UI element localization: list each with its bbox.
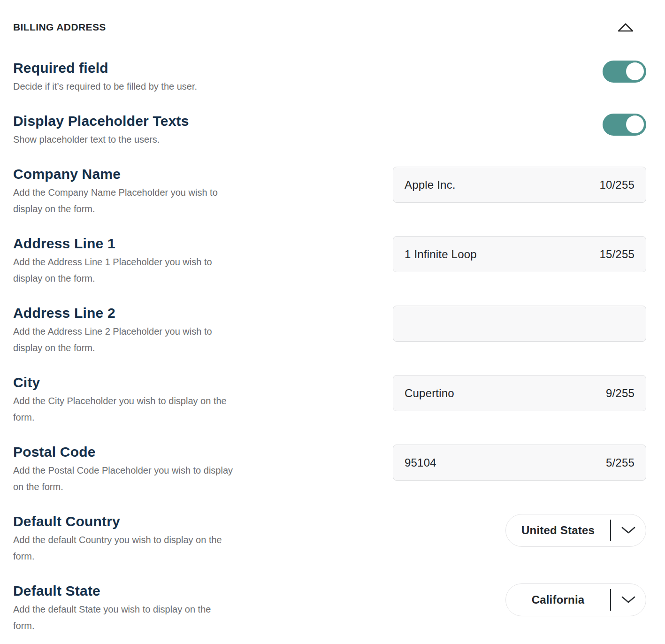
setting-row-display-placeholder-texts: Display Placeholder Texts Show placehold… [13,113,646,148]
setting-description: Add the default State you wish to displa… [13,601,234,634]
setting-row-address-line-1: Address Line 1 Add the Address Line 1 Pl… [13,235,646,287]
select-value: United States [506,524,610,537]
setting-row-default-state: Default State Add the default State you … [13,583,646,634]
default-country-select[interactable]: United States [505,514,646,547]
select-value: California [506,593,610,606]
char-counter: 10/255 [599,178,634,192]
setting-row-address-line-2: Address Line 2 Add the Address Line 2 Pl… [13,305,646,356]
input-value: Cupertino [405,387,454,400]
setting-row-city: City Add the City Placeholder you wish t… [13,374,646,426]
setting-text: Address Line 2 Add the Address Line 2 Pl… [13,305,234,356]
char-counter: 5/255 [606,456,634,469]
setting-label: Display Placeholder Texts [13,113,189,130]
setting-description: Add the default Country you wish to disp… [13,532,234,565]
setting-description: Add the Address Line 1 Placeholder you w… [13,254,234,287]
setting-label: Default Country [13,513,234,530]
setting-description: Show placeholder text to the users. [13,131,189,148]
toggle-knob [626,62,644,80]
setting-description: Add the Postal Code Placeholder you wish… [13,462,234,495]
input-value: 95104 [405,456,436,469]
setting-row-company-name: Company Name Add the Company Name Placeh… [13,166,646,217]
setting-description: Decide if it’s required to be filled by … [13,78,197,95]
setting-description: Add the Address Line 2 Placeholder you w… [13,323,234,356]
display-placeholder-texts-toggle[interactable] [603,114,646,136]
setting-row-required-field: Required field Decide if it’s required t… [13,60,646,95]
chevron-down-icon [611,596,646,604]
setting-text: Required field Decide if it’s required t… [13,60,197,95]
section-title: BILLING ADDRESS [13,22,106,33]
collapse-section-button[interactable] [616,21,635,33]
setting-text: Default State Add the default State you … [13,583,234,634]
panel-header: BILLING ADDRESS [13,21,646,33]
setting-label: Postal Code [13,444,234,460]
input-value: 1 Infinite Loop [405,248,477,261]
setting-text: City Add the City Placeholder you wish t… [13,374,234,426]
triangle-up-icon [617,22,634,32]
setting-description: Add the City Placeholder you wish to dis… [13,393,234,426]
setting-label: Default State [13,583,234,599]
setting-row-default-country: Default Country Add the default Country … [13,513,646,565]
default-state-select[interactable]: California [505,583,646,616]
setting-text: Postal Code Add the Postal Code Placehol… [13,444,234,495]
setting-text: Default Country Add the default Country … [13,513,234,565]
char-counter: 15/255 [599,248,634,261]
setting-row-postal-code: Postal Code Add the Postal Code Placehol… [13,444,646,495]
toggle-knob [626,115,644,133]
address-line-1-placeholder-input[interactable]: 1 Infinite Loop 15/255 [393,236,646,272]
address-line-2-placeholder-input[interactable] [393,306,646,342]
input-value: Apple Inc. [405,178,456,192]
postal-code-placeholder-input[interactable]: 95104 5/255 [393,445,646,481]
company-name-placeholder-input[interactable]: Apple Inc. 10/255 [393,167,646,203]
setting-text: Address Line 1 Add the Address Line 1 Pl… [13,235,234,287]
setting-label: Address Line 1 [13,235,234,252]
city-placeholder-input[interactable]: Cupertino 9/255 [393,375,646,411]
setting-text: Company Name Add the Company Name Placeh… [13,166,234,217]
setting-description: Add the Company Name Placeholder you wis… [13,184,234,217]
setting-label: Required field [13,60,197,77]
setting-label: Address Line 2 [13,305,234,322]
billing-address-panel: BILLING ADDRESS Required field Decide if… [0,0,665,634]
chevron-down-icon [611,526,646,535]
setting-label: City [13,374,234,391]
char-counter: 9/255 [606,387,634,400]
setting-label: Company Name [13,166,234,183]
required-field-toggle[interactable] [603,61,646,83]
setting-text: Display Placeholder Texts Show placehold… [13,113,189,148]
